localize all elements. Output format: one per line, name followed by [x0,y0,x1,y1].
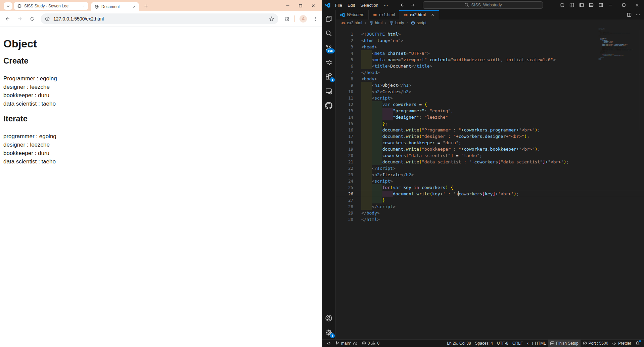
line-number[interactable]: 29 [336,210,353,216]
code-line[interactable]: 9 <h1>Object</h1> [336,82,644,88]
activity-account[interactable] [322,311,336,325]
line-number[interactable]: 11 [336,95,353,101]
code-line[interactable]: 26 document.write(key+' : '+coworkers[ke… [336,191,644,197]
extensions-puzzle-icon[interactable] [283,15,291,23]
activity-remote-explorer[interactable] [322,84,336,98]
line-number[interactable]: 19 [336,146,353,152]
menu-edit[interactable]: Edit [345,3,358,8]
code-line[interactable]: 17 document.write("designer : "+coworker… [336,133,644,140]
toggle-sidebar-icon[interactable] [579,2,584,8]
code-line[interactable]: 7</head> [336,69,644,76]
breadcrumb-item[interactable]: body [389,21,404,25]
code-line[interactable]: 6 <title>Document</title> [336,63,644,69]
address-bar[interactable]: 127.0.0.1:5500/ex2.html [41,13,278,24]
line-number[interactable]: 21 [336,159,353,165]
browser-menu-kebab-icon[interactable] [311,15,319,23]
close-button[interactable] [307,3,320,8]
nav-back-icon[interactable] [400,2,405,8]
code-line[interactable]: 30</html> [336,216,644,223]
code-line[interactable]: 24 <script> [336,178,644,184]
code-line[interactable]: 28 </script> [336,203,644,210]
statusbar-indentation[interactable]: Spaces: 4 [473,340,495,347]
line-number[interactable]: 8 [336,76,353,82]
forward-button[interactable] [16,15,24,23]
code-line[interactable]: 10 <h2>Create</h2> [336,88,644,95]
line-number[interactable]: 23 [336,171,353,178]
code-line[interactable]: 1<!DOCTYPE html> [336,31,644,37]
editor-tab-ex1-html[interactable]: <>ex1.html [369,10,400,20]
back-button[interactable] [4,15,12,23]
site-info-icon[interactable] [45,16,50,22]
activity-debug[interactable] [322,55,336,69]
minimap[interactable]: <!DOCTYPE html><html lang="en"><head> <m… [598,28,639,65]
vscode-close-button[interactable] [631,2,644,8]
command-center-search[interactable]: SISS_Webstudy [423,1,543,9]
reload-button[interactable] [28,15,36,23]
statusbar-problems[interactable]: 00 [360,340,381,347]
statusbar-cursor-position[interactable]: Ln 26, Col 38 [445,340,473,347]
code-line[interactable]: 22 </script> [336,165,644,171]
code-line[interactable]: 13 "programmer": "egoing", [336,108,644,114]
statusbar-finish-setup[interactable]: Finish Setup [548,340,581,347]
line-number[interactable]: 17 [336,133,353,140]
line-number[interactable]: 12 [336,101,353,108]
line-number[interactable]: 14 [336,114,353,120]
activity-settings[interactable]: 1 [322,325,336,340]
code-line[interactable]: 27 } [336,197,644,203]
statusbar-git-branch[interactable]: main* [333,340,360,347]
statusbar-notifications[interactable] [633,340,642,347]
split-editor-icon[interactable] [627,12,632,17]
toggle-panel-icon[interactable] [589,2,594,8]
browser-tab[interactable]: SISS Study - Sewon Lee [14,2,88,10]
activity-source-control[interactable]: 10K [322,40,336,55]
menu-selection[interactable]: Selection [358,3,381,8]
line-number[interactable]: 7 [336,69,353,76]
tab-close-icon[interactable] [82,3,86,9]
customize-layout-icon[interactable] [569,2,574,8]
line-number[interactable]: 30 [336,216,353,223]
code-line[interactable]: 19 document.write("bookkeeper : "+cowork… [336,146,644,152]
activity-search[interactable] [322,26,336,40]
maximize-button[interactable] [294,3,307,8]
line-number[interactable]: 18 [336,140,353,146]
tab-close-icon[interactable] [132,4,136,9]
code-line[interactable]: 5 <meta name="viewport" content="width=d… [336,56,644,63]
line-number[interactable]: 1 [336,31,353,37]
line-number[interactable]: 4 [336,50,353,56]
line-number[interactable]: 28 [336,203,353,210]
line-number[interactable]: 26 [336,191,353,197]
vscode-maximize-button[interactable] [617,2,631,8]
code-line[interactable]: 20 coworkers["data scientist"] = "taeho"… [336,152,644,159]
scrollbar[interactable] [640,30,640,130]
line-number[interactable]: 5 [336,56,353,63]
line-number[interactable]: 20 [336,152,353,159]
statusbar-encoding[interactable]: UTF-8 [495,340,510,347]
new-tab-button[interactable] [143,3,149,9]
code-line[interactable]: 2<html lang="en"> [336,37,644,44]
line-number[interactable]: 25 [336,184,353,191]
code-line[interactable]: 21 document.write("data scientist : "+co… [336,159,644,165]
code-line[interactable]: 8<body> [336,76,644,82]
code-line[interactable]: 18 coworkers.bookkeeper = "duru"; [336,140,644,146]
minimize-button[interactable] [281,3,294,8]
menu-more[interactable]: ⋯ [381,3,391,8]
copilot-icon[interactable] [559,2,565,8]
line-number[interactable]: 24 [336,178,353,184]
code-line[interactable]: 12 var coworkers = { [336,101,644,108]
breadcrumb-item[interactable]: html [369,21,383,25]
statusbar-live-server-port[interactable]: Port : 5500 [581,340,610,347]
nav-forward-icon[interactable] [410,2,415,8]
browser-tab[interactable]: Document [91,2,139,11]
code-line[interactable]: 29</body> [336,210,644,216]
line-number[interactable]: 15 [336,120,353,127]
statusbar-prettier[interactable]: Prettier [610,340,633,347]
code-line[interactable]: 4 <meta charset="UTF-8"> [336,50,644,56]
line-number[interactable]: 3 [336,44,353,50]
statusbar-remote-indicator[interactable] [324,340,333,347]
editor-tab-welcome[interactable]: Welcome [336,10,369,20]
breadcrumb-item[interactable]: <>ex2.html [341,21,362,25]
tab-close-icon[interactable] [430,12,435,17]
line-number[interactable]: 27 [336,197,353,203]
code-line[interactable]: 23 <h2>Iterate</h2> [336,171,644,178]
tab-search-button[interactable] [4,2,12,10]
